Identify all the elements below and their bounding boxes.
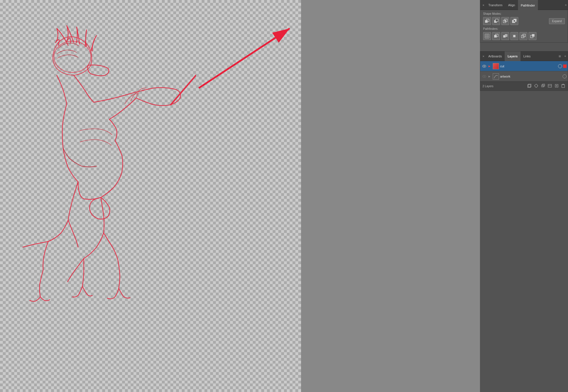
layer-name-cut: cut xyxy=(500,64,557,68)
layer-row-artwork[interactable]: ▶ artwork xyxy=(480,71,568,82)
pathfinder-close-button[interactable]: × xyxy=(481,0,485,10)
pathfinder-panel-tabs: × Transform Align Pathfinder » xyxy=(480,0,568,10)
tab-links[interactable]: Links xyxy=(521,51,534,61)
svg-line-1 xyxy=(170,65,196,105)
svg-rect-40 xyxy=(548,84,552,87)
outline-button[interactable] xyxy=(519,32,527,40)
svg-rect-6 xyxy=(496,19,498,22)
svg-rect-19 xyxy=(505,34,507,37)
layer-target-artwork[interactable] xyxy=(563,74,567,78)
delete-layer-icon[interactable] xyxy=(561,83,565,89)
layer-color-cut xyxy=(563,64,567,68)
layer-expand-artwork[interactable]: ▶ xyxy=(487,74,492,79)
expand-button[interactable]: Expand xyxy=(549,18,565,24)
pathfinder-collapse-button[interactable]: » xyxy=(565,0,567,10)
layers-content: ▶ cut ▶ artwork xyxy=(480,61,568,82)
exclude-button[interactable] xyxy=(510,17,518,25)
layers-collapse-button[interactable]: « xyxy=(564,51,566,61)
layer-target-cut[interactable] xyxy=(558,64,562,68)
layers-count: 2 Layers xyxy=(483,85,525,88)
tab-transform[interactable]: Transform xyxy=(485,0,505,10)
pathfinders-row xyxy=(483,32,565,40)
pathfinder-panel: × Transform Align Pathfinder » Shape Mod… xyxy=(480,0,568,43)
svg-rect-20 xyxy=(513,35,515,37)
layers-footer: 2 Layers xyxy=(480,82,568,91)
collect-in-new-layer-icon[interactable] xyxy=(547,83,552,89)
svg-rect-9 xyxy=(505,20,506,22)
layers-panel: × Artboards Layers Links ≡ « ▶ cut ▶ xyxy=(480,51,568,91)
shape-modes-label: Shape Modes: xyxy=(483,12,565,15)
divide-button[interactable] xyxy=(483,32,491,40)
layer-name-artwork: artwork xyxy=(500,75,561,78)
layer-visibility-cut[interactable] xyxy=(481,63,487,69)
layers-menu-button[interactable]: ≡ xyxy=(559,51,561,61)
layers-panel-tabs: × Artboards Layers Links ≡ « xyxy=(480,51,568,61)
unite-button[interactable] xyxy=(483,17,491,25)
intersect-button[interactable] xyxy=(501,17,509,25)
new-layer-icon[interactable] xyxy=(554,83,559,89)
svg-point-33 xyxy=(535,84,538,87)
shape-modes-row: Expand xyxy=(483,17,565,25)
merge-selected-icon[interactable] xyxy=(540,83,546,89)
svg-rect-25 xyxy=(532,34,534,37)
layer-expand-cut[interactable]: ▶ xyxy=(487,64,492,68)
pathfinder-panel-body: Shape Modes: Expand Pathfinders: xyxy=(480,10,568,42)
layer-thumb-artwork xyxy=(493,73,499,80)
merge-button[interactable] xyxy=(501,32,509,40)
pathfinders-label: Pathfinders: xyxy=(483,27,565,30)
tab-artboards[interactable]: Artboards xyxy=(485,51,505,61)
svg-point-27 xyxy=(484,66,485,67)
layer-thumb-cut xyxy=(493,63,499,69)
new-layer-from-selection-icon[interactable] xyxy=(527,83,532,89)
svg-rect-30 xyxy=(493,74,499,79)
locate-object-icon[interactable] xyxy=(534,83,539,89)
svg-point-29 xyxy=(484,76,485,77)
layer-row-cut[interactable]: ▶ cut xyxy=(480,61,568,71)
layer-visibility-artwork[interactable] xyxy=(481,74,487,79)
bird-artwork xyxy=(11,23,196,321)
svg-rect-12 xyxy=(514,20,515,22)
svg-rect-45 xyxy=(562,85,565,87)
minus-front-button[interactable] xyxy=(492,17,500,25)
crop-button[interactable] xyxy=(510,32,518,40)
trim-button[interactable] xyxy=(492,32,500,40)
minus-back-button[interactable] xyxy=(529,32,536,40)
tab-pathfinder[interactable]: Pathfinder xyxy=(518,0,538,10)
tab-layers[interactable]: Layers xyxy=(505,51,520,61)
layers-close-button[interactable]: × xyxy=(481,51,485,61)
tab-align[interactable]: Align xyxy=(505,0,518,10)
